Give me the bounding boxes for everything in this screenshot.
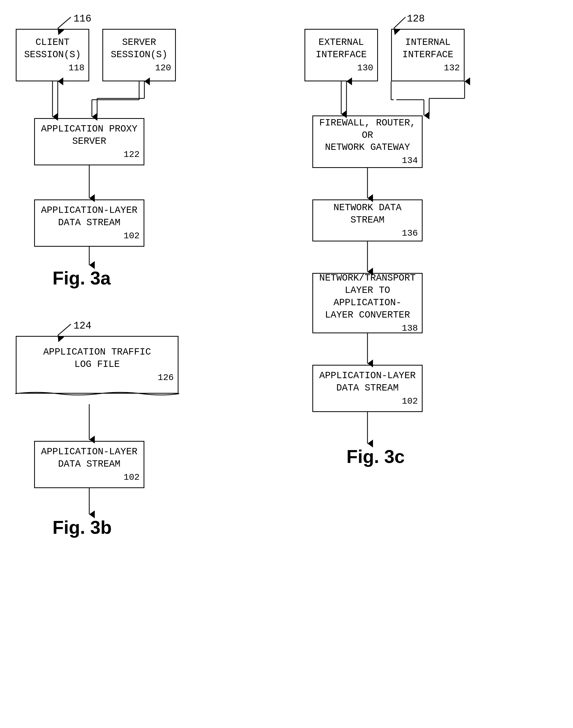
- server-session-label: SERVERSESSION(S): [111, 37, 167, 61]
- app-proxy-server-box: APPLICATION PROXYSERVER 122: [34, 118, 144, 165]
- app-proxy-ref: 122: [124, 149, 140, 160]
- client-session-label: CLIENTSESSION(S): [24, 37, 81, 61]
- app-layer-stream-box-3a: APPLICATION-LAYERDATA STREAM 102: [34, 200, 144, 247]
- external-interface-ref: 130: [357, 62, 373, 74]
- diagram-container: 116 CLIENTSESSION(S) 118 SERVERSESSION(S…: [0, 0, 573, 728]
- ref-116: 116: [73, 13, 91, 24]
- network-data-stream-box: NETWORK DATA STREAM 136: [312, 200, 423, 241]
- internal-interface-label: INTERNALINTERFACE: [402, 37, 453, 61]
- firewall-router-label: FIREWALL, ROUTER, ORNETWORK GATEWAY: [317, 117, 418, 154]
- app-proxy-label: APPLICATION PROXYSERVER: [41, 123, 137, 148]
- ref-124: 124: [73, 320, 91, 331]
- app-layer-stream-label-3b: APPLICATION-LAYERDATA STREAM: [41, 446, 137, 470]
- svg-line-19: [394, 17, 406, 29]
- client-session-ref: 118: [68, 62, 85, 74]
- client-session-box: CLIENTSESSION(S) 118: [16, 29, 89, 81]
- server-session-ref: 120: [155, 62, 171, 74]
- internal-interface-box: INTERNALINTERFACE 132: [391, 29, 465, 81]
- server-session-box: SERVERSESSION(S) 120: [102, 29, 176, 81]
- svg-line-15: [58, 324, 71, 335]
- fig3c-label: Fig. 3c: [347, 446, 405, 467]
- internal-interface-ref: 132: [444, 62, 460, 74]
- app-layer-stream-label-3a: APPLICATION-LAYERDATA STREAM: [41, 205, 137, 229]
- fig3b-label: Fig. 3b: [52, 517, 112, 538]
- app-layer-stream-ref-3c: 102: [402, 395, 418, 407]
- svg-line-14: [58, 17, 71, 29]
- net-transport-converter-box: NETWORK/TRANSPORTLAYER TO APPLICATION-LA…: [312, 273, 423, 333]
- network-data-stream-ref: 136: [402, 228, 418, 239]
- external-interface-box: EXTERNALINTERFACE 130: [305, 29, 378, 81]
- net-transport-converter-ref: 138: [402, 323, 418, 334]
- network-data-stream-label: NETWORK DATA STREAM: [317, 202, 418, 226]
- app-traffic-log-box: APPLICATION TRAFFICLOG FILE 126: [16, 336, 178, 394]
- app-layer-stream-box-3c: APPLICATION-LAYERDATA STREAM 102: [312, 365, 423, 412]
- external-interface-label: EXTERNALINTERFACE: [316, 37, 367, 61]
- ref-128: 128: [407, 13, 425, 24]
- wavy-line: [15, 391, 179, 404]
- app-traffic-log-label: APPLICATION TRAFFICLOG FILE: [43, 346, 151, 371]
- firewall-router-box: FIREWALL, ROUTER, ORNETWORK GATEWAY 134: [312, 115, 423, 168]
- net-transport-converter-label: NETWORK/TRANSPORTLAYER TO APPLICATION-LA…: [317, 272, 418, 321]
- app-layer-stream-ref-3b: 102: [124, 471, 140, 483]
- app-layer-stream-label-3c: APPLICATION-LAYERDATA STREAM: [319, 370, 416, 394]
- app-layer-stream-ref-3a: 102: [124, 230, 140, 242]
- fig3a-label: Fig. 3a: [52, 268, 111, 289]
- app-traffic-log-ref: 126: [158, 372, 174, 383]
- app-layer-stream-box-3b: APPLICATION-LAYERDATA STREAM 102: [34, 441, 144, 488]
- firewall-router-ref: 134: [402, 155, 418, 166]
